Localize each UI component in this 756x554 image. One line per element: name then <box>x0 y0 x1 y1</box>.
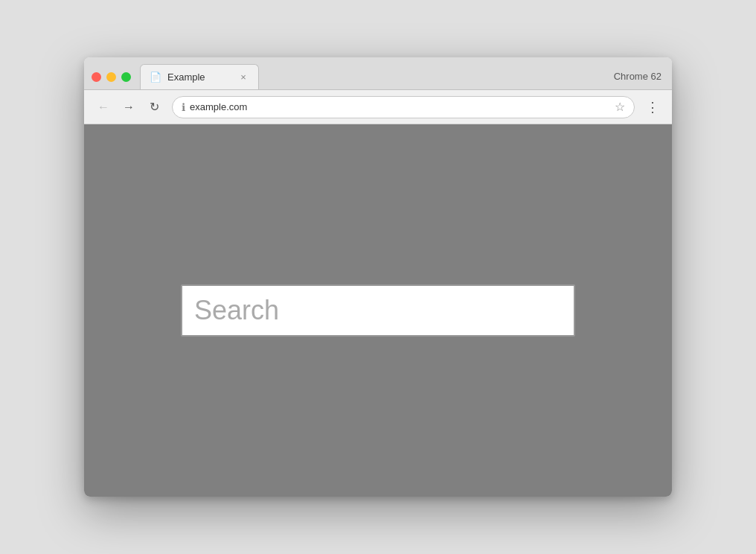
page-content <box>84 124 672 497</box>
bookmark-star-button[interactable]: ☆ <box>615 100 625 114</box>
tab-page-icon: 📄 <box>150 71 161 83</box>
forward-button[interactable]: → <box>118 97 139 118</box>
chrome-menu-button[interactable]: ⋮ <box>642 97 663 118</box>
security-info-icon: ℹ <box>182 101 185 113</box>
minimize-button[interactable] <box>106 72 116 82</box>
back-button[interactable]: ← <box>93 97 114 118</box>
reload-icon: ↻ <box>150 100 159 114</box>
tab-close-button[interactable]: × <box>237 71 249 83</box>
close-button[interactable] <box>92 72 101 82</box>
back-icon: ← <box>97 101 109 114</box>
reload-button[interactable]: ↻ <box>144 97 164 118</box>
tab-title: Example <box>167 71 231 83</box>
search-input[interactable] <box>181 284 575 337</box>
chrome-version-label: Chrome 62 <box>614 71 664 89</box>
title-bar: 📄 Example × Chrome 62 <box>84 57 672 90</box>
browser-tab[interactable]: 📄 Example × <box>140 64 259 89</box>
search-input-wrapper <box>181 284 575 337</box>
address-text: example.com <box>190 101 610 112</box>
forward-icon: → <box>123 101 135 114</box>
toolbar: ← → ↻ ℹ example.com ☆ ⋮ <box>84 90 672 124</box>
browser-window: 📄 Example × Chrome 62 ← → ↻ ℹ example.co… <box>84 57 672 497</box>
window-controls <box>92 72 131 89</box>
address-bar[interactable]: ℹ example.com ☆ <box>172 96 635 118</box>
maximize-button[interactable] <box>121 72 131 82</box>
